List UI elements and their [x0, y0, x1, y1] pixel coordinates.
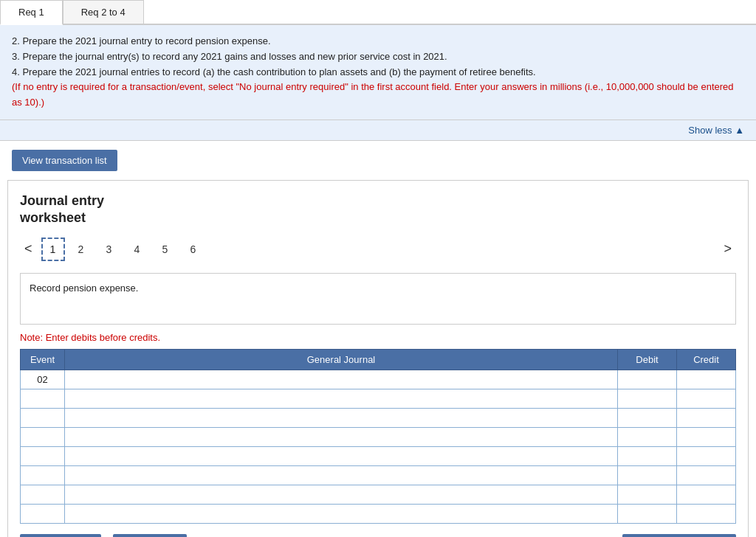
clear-entry-button[interactable]: Clear entry — [113, 534, 187, 537]
debit-cell-7[interactable] — [618, 504, 677, 523]
page-2-button[interactable]: 2 — [69, 238, 93, 261]
page-5-button[interactable]: 5 — [154, 238, 177, 261]
credit-cell-6[interactable] — [677, 485, 736, 504]
table-row — [21, 446, 736, 465]
instruction-line1: 2. Prepare the 2021 journal entry to rec… — [12, 34, 744, 49]
debit-cell-5[interactable] — [618, 465, 677, 485]
gj-cell-0[interactable] — [65, 370, 618, 389]
credit-cell-0[interactable] — [677, 370, 736, 389]
col-header-event: Event — [21, 349, 65, 370]
prev-page-button[interactable]: < — [20, 240, 37, 258]
debit-cell-1[interactable] — [618, 389, 677, 408]
worksheet-container: Journal entry worksheet < 1 2 3 4 5 6 > … — [7, 180, 749, 537]
credit-cell-1[interactable] — [677, 389, 736, 408]
table-row — [21, 408, 736, 427]
event-cell-4 — [21, 446, 65, 465]
credit-input-2[interactable] — [677, 409, 735, 427]
table-row — [21, 389, 736, 408]
tab-req1[interactable]: Req 1 — [0, 0, 63, 25]
debit-input-0[interactable] — [618, 370, 676, 389]
entry-description-box: Record pension expense. — [20, 273, 736, 325]
bottom-buttons: Record entry Clear entry View general jo… — [20, 534, 736, 537]
event-cell-2 — [21, 408, 65, 427]
event-cell-7 — [21, 504, 65, 523]
journal-table: Event General Journal Debit Credit 02 — [20, 349, 736, 524]
credit-cell-7[interactable] — [677, 504, 736, 523]
debit-input-3[interactable] — [618, 428, 676, 446]
credit-cell-5[interactable] — [677, 465, 736, 485]
note-text: Note: Enter debits before credits. — [20, 332, 736, 343]
event-cell-5 — [21, 465, 65, 485]
credit-input-0[interactable] — [677, 370, 735, 389]
gj-cell-6[interactable] — [65, 485, 618, 504]
credit-input-6[interactable] — [677, 485, 735, 504]
debit-cell-4[interactable] — [618, 446, 677, 465]
gj-cell-3[interactable] — [65, 427, 618, 446]
credit-input-5[interactable] — [677, 466, 735, 485]
debit-input-4[interactable] — [618, 447, 676, 465]
debit-cell-2[interactable] — [618, 408, 677, 427]
credit-input-3[interactable] — [677, 428, 735, 446]
debit-cell-3[interactable] — [618, 427, 677, 446]
gj-input-0[interactable] — [65, 370, 617, 389]
debit-input-6[interactable] — [618, 485, 676, 504]
page-1-button[interactable]: 1 — [41, 238, 65, 261]
pagination-row: < 1 2 3 4 5 6 > — [20, 238, 736, 261]
credit-cell-2[interactable] — [677, 408, 736, 427]
col-header-credit: Credit — [677, 349, 736, 370]
table-row — [21, 504, 736, 523]
col-header-debit: Debit — [618, 349, 677, 370]
gj-input-1[interactable] — [65, 389, 617, 408]
gj-cell-7[interactable] — [65, 504, 618, 523]
next-page-button[interactable]: > — [719, 240, 736, 258]
show-less-button[interactable]: Show less — [0, 120, 756, 141]
gj-input-2[interactable] — [65, 409, 617, 427]
instruction-red: (If no entry is required for a transacti… — [12, 80, 744, 111]
debit-input-7[interactable] — [618, 505, 676, 523]
gj-input-5[interactable] — [65, 466, 617, 485]
credit-input-1[interactable] — [677, 389, 735, 408]
show-less-label: Show less — [688, 125, 744, 136]
instructions-box: 2. Prepare the 2021 journal entry to rec… — [0, 25, 756, 120]
credit-input-4[interactable] — [677, 447, 735, 465]
credit-input-7[interactable] — [677, 505, 735, 523]
debit-cell-0[interactable] — [618, 370, 677, 389]
credit-cell-4[interactable] — [677, 446, 736, 465]
gj-input-3[interactable] — [65, 428, 617, 446]
tabs-bar: Req 1 Req 2 to 4 — [0, 0, 756, 25]
worksheet-title: Journal entry worksheet — [20, 193, 736, 227]
debit-input-2[interactable] — [618, 409, 676, 427]
instruction-line2: 3. Prepare the journal entry(s) to recor… — [12, 49, 744, 65]
credit-cell-3[interactable] — [677, 427, 736, 446]
instruction-line3: 4. Prepare the 2021 journal entries to r… — [12, 65, 744, 80]
table-row — [21, 465, 736, 485]
gj-input-6[interactable] — [65, 485, 617, 504]
view-transaction-button[interactable]: View transaction list — [12, 150, 117, 171]
event-cell-0: 02 — [21, 370, 65, 389]
event-cell-6 — [21, 485, 65, 504]
tab-req2to4[interactable]: Req 2 to 4 — [63, 0, 144, 24]
col-header-gj: General Journal — [65, 349, 618, 370]
gj-cell-1[interactable] — [65, 389, 618, 408]
debit-input-5[interactable] — [618, 466, 676, 485]
table-row: 02 — [21, 370, 736, 389]
page-6-button[interactable]: 6 — [182, 238, 205, 261]
gj-cell-5[interactable] — [65, 465, 618, 485]
gj-input-4[interactable] — [65, 447, 617, 465]
gj-cell-4[interactable] — [65, 446, 618, 465]
gj-cell-2[interactable] — [65, 408, 618, 427]
table-row — [21, 427, 736, 446]
event-cell-3 — [21, 427, 65, 446]
page-4-button[interactable]: 4 — [126, 238, 149, 261]
event-cell-1 — [21, 389, 65, 408]
page-3-button[interactable]: 3 — [97, 238, 121, 261]
view-general-journal-button[interactable]: View general journal — [622, 534, 736, 537]
record-entry-button[interactable]: Record entry — [20, 534, 101, 537]
table-row — [21, 485, 736, 504]
debit-input-1[interactable] — [618, 389, 676, 408]
debit-cell-6[interactable] — [618, 485, 677, 504]
gj-input-7[interactable] — [65, 505, 617, 523]
